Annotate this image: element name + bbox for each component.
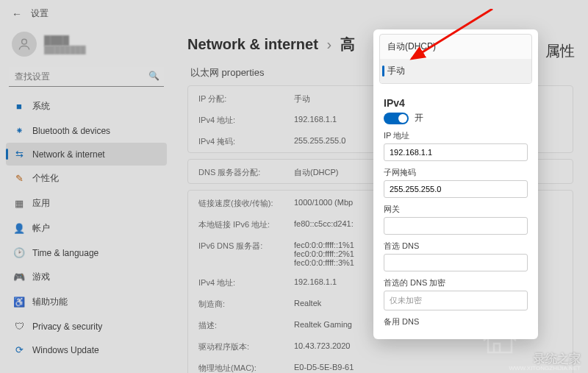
nav-icon: 🎮 <box>13 271 25 283</box>
property-key: IP 分配: <box>198 93 294 104</box>
property-key: 链接速度(接收/传输): <box>198 198 294 209</box>
sidebar-item-0[interactable]: ■系统 <box>6 94 167 118</box>
sidebar-item-label: 游戏 <box>32 271 50 283</box>
ip-settings-dialog: 自动(DHCP) 手动 IPv4 开 IP 地址 子网掩码 网关 首选 DNS … <box>373 29 538 339</box>
svg-point-0 <box>22 39 27 44</box>
sidebar-item-label: Bluetooth & devices <box>32 126 110 136</box>
property-value: 自动(DHCP) <box>294 167 339 178</box>
nav-icon: ⁕ <box>13 125 25 136</box>
subnet-mask-input[interactable] <box>384 180 528 198</box>
nav-icon: ▦ <box>13 198 25 209</box>
sidebar-item-6[interactable]: 🕑Time & language <box>6 241 167 264</box>
sidebar-item-2[interactable]: ⇆Network & internet <box>6 143 167 166</box>
sidebar-item-3[interactable]: ✎个性化 <box>6 166 167 191</box>
breadcrumb-current: 高 <box>340 36 355 52</box>
breadcrumb-parent[interactable]: Network & internet <box>187 36 318 52</box>
user-name: ████ <box>44 35 86 46</box>
property-key: IPv4 掩码: <box>198 136 294 147</box>
dns-encryption-label: 首选的 DNS 加密 <box>384 277 528 288</box>
nav-icon: ⟳ <box>13 344 25 355</box>
nav-icon: ✎ <box>13 173 25 184</box>
sidebar-item-label: Privacy & security <box>32 322 102 332</box>
nav-icon: ■ <box>13 101 25 112</box>
avatar <box>12 32 37 57</box>
property-key: 物理地址(MAC): <box>198 363 294 373</box>
ip-address-input[interactable] <box>384 143 528 161</box>
sidebar-item-9[interactable]: 🛡Privacy & security <box>6 315 167 338</box>
property-value: 192.168.1.1 <box>294 115 337 126</box>
dropdown-option-dhcp[interactable]: 自动(DHCP) <box>380 35 531 59</box>
property-value: Realtek <box>294 299 321 310</box>
sidebar-item-8[interactable]: ♿辅助功能 <box>6 290 167 314</box>
search-box: 🔍 <box>9 67 164 87</box>
ip-assignment-dropdown[interactable]: 自动(DHCP) 手动 <box>379 34 532 84</box>
property-key: DNS 服务器分配: <box>198 167 294 178</box>
sidebar-item-label: 应用 <box>32 197 50 210</box>
sidebar-item-label: 个性化 <box>32 172 59 185</box>
property-value: 10.43.723.2020 <box>294 341 350 352</box>
property-key: IPv6 DNS 服务器: <box>198 241 294 267</box>
dropdown-option-manual[interactable]: 手动 <box>380 59 531 83</box>
property-value: 192.168.1.1 <box>294 277 337 288</box>
sidebar: ████ ████████ 🔍 ■系统⁕Bluetooth & devices⇆… <box>0 27 173 373</box>
user-account-row[interactable]: ████ ████████ <box>6 27 167 61</box>
preferred-dns-input[interactable] <box>384 254 528 271</box>
property-key: 制造商: <box>198 299 294 310</box>
search-icon: 🔍 <box>148 71 159 81</box>
property-key: IPv4 地址: <box>198 115 294 126</box>
breadcrumb-suffix: 属性 <box>545 41 575 61</box>
property-value: 1000/1000 (Mbp <box>294 198 353 209</box>
property-key: 驱动程序版本: <box>198 341 294 352</box>
sidebar-item-label: Time & language <box>32 248 98 258</box>
settings-title: 设置 <box>31 7 49 20</box>
sidebar-item-label: 系统 <box>32 100 50 113</box>
ipv4-heading: IPv4 <box>384 97 528 109</box>
property-key: IPv4 地址: <box>198 277 294 288</box>
property-value: 255.255.255.0 <box>294 136 345 147</box>
sidebar-item-label: 辅助功能 <box>32 296 68 308</box>
user-email: ████████ <box>44 46 86 54</box>
nav-icon: 🕑 <box>13 247 25 258</box>
ip-address-label: IP 地址 <box>384 130 528 141</box>
watermark-logo <box>478 320 522 357</box>
nav-icon: ♿ <box>13 296 25 308</box>
nav-icon: 🛡 <box>13 321 25 332</box>
sidebar-item-5[interactable]: 👤帐户 <box>6 216 167 241</box>
property-value: Realtek Gaming <box>294 320 352 331</box>
property-value: fe80::c5cc:d241: <box>294 219 354 230</box>
property-value: fec0:0:0:ffff::1%1fec0:0:0:ffff::2%1fec0… <box>294 241 354 267</box>
sidebar-item-7[interactable]: 🎮游戏 <box>6 265 167 289</box>
ipv4-toggle[interactable] <box>384 113 409 124</box>
gateway-input[interactable] <box>384 217 528 235</box>
back-arrow-icon[interactable]: ← <box>12 8 22 20</box>
sidebar-item-4[interactable]: ▦应用 <box>6 191 167 216</box>
property-key: 描述: <box>198 320 294 331</box>
toggle-label: 开 <box>415 112 423 124</box>
gateway-label: 网关 <box>384 204 528 215</box>
sidebar-item-label: Network & internet <box>32 149 105 160</box>
search-input[interactable] <box>9 67 164 87</box>
property-key: 本地链接 IPv6 地址: <box>198 219 294 230</box>
nav-icon: 👤 <box>13 223 25 234</box>
sidebar-item-1[interactable]: ⁕Bluetooth & devices <box>6 119 167 142</box>
sidebar-item-label: Windows Update <box>32 345 99 355</box>
dns-encryption-select[interactable]: 仅未加密 <box>384 291 528 310</box>
chevron-right-icon: › <box>326 36 331 52</box>
property-value: E0-D5-5E-B9-61 <box>294 363 354 373</box>
preferred-dns-label: 首选 DNS <box>384 241 528 252</box>
sidebar-item-10[interactable]: ⟳Windows Update <box>6 338 167 361</box>
watermark-url: WWW.XITONGZHIJIA.NET <box>509 365 581 372</box>
nav-icon: ⇆ <box>13 149 25 160</box>
subnet-mask-label: 子网掩码 <box>384 167 528 178</box>
property-value: 手动 <box>294 93 310 104</box>
sidebar-item-label: 帐户 <box>32 222 50 235</box>
